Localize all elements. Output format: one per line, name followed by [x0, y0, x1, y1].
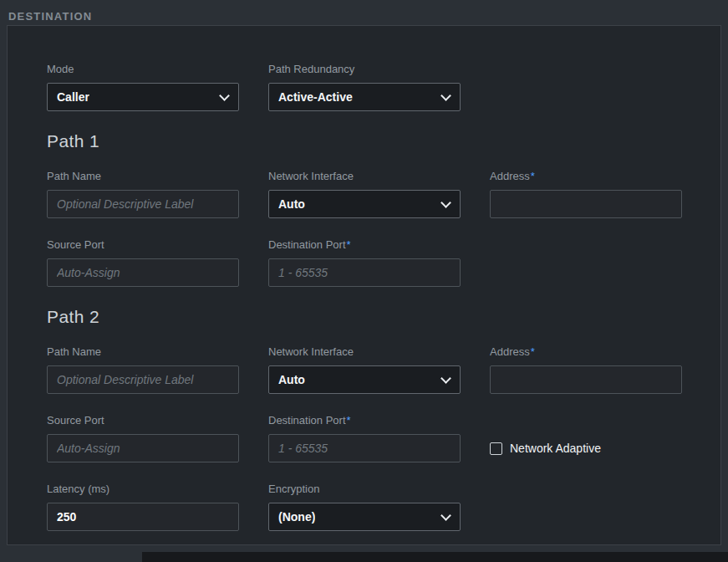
path1-address-field: Address*: [490, 170, 682, 218]
required-marker: *: [347, 238, 351, 251]
encryption-field: Encryption (None): [268, 483, 461, 531]
path1-interface-field: Network Interface Auto: [268, 170, 461, 218]
chevron-down-icon: [442, 512, 449, 519]
path2-name-field: Path Name: [47, 345, 239, 394]
path1-address-input[interactable]: [490, 190, 682, 218]
path1-destination-port-field: Destination Port*: [268, 238, 461, 287]
path2-interface-select[interactable]: Auto: [268, 365, 461, 394]
required-marker: *: [531, 170, 535, 182]
path1-interface-select[interactable]: Auto: [268, 190, 461, 218]
latency-field: Latency (ms): [47, 483, 239, 531]
path-redundancy-select-value: Active-Active: [278, 90, 353, 104]
required-marker: *: [347, 414, 351, 427]
path2-destination-port-label: Destination Port*: [268, 414, 461, 427]
latency-input[interactable]: [47, 503, 239, 531]
network-adaptive-row: Network Adaptive: [490, 434, 682, 462]
network-adaptive-label[interactable]: Network Adaptive: [510, 442, 601, 455]
path2-address-input[interactable]: [490, 365, 682, 394]
encryption-select-value: (None): [278, 510, 315, 524]
path2-destination-port-field: Destination Port*: [268, 414, 461, 462]
required-marker: *: [531, 345, 535, 358]
path1-ports-row: Source Port Destination Port*: [47, 238, 680, 287]
path2-source-port-input[interactable]: [47, 434, 239, 462]
path1-source-port-input[interactable]: [47, 258, 239, 287]
section-title: DESTINATION: [8, 10, 92, 23]
path1-source-port-field: Source Port: [47, 238, 239, 287]
path1-source-port-label: Source Port: [47, 238, 239, 252]
path-redundancy-field: Path Redundancy Active-Active: [268, 63, 461, 111]
path1-name-label: Path Name: [47, 170, 239, 183]
path1-name-row: Path Name Network Interface Auto Address…: [47, 170, 680, 218]
path1-heading: Path 1: [47, 131, 680, 151]
chevron-down-icon: [221, 92, 227, 99]
path-redundancy-label: Path Redundancy: [268, 63, 461, 76]
mode-field: Mode Caller: [47, 63, 239, 111]
path2-heading: Path 2: [47, 307, 680, 327]
path1-name-field: Path Name: [47, 170, 239, 218]
next-section-edge: [142, 552, 728, 562]
path1-destination-port-input[interactable]: [268, 258, 461, 287]
path1-interface-select-value: Auto: [278, 197, 305, 211]
mode-select-value: Caller: [57, 90, 89, 104]
network-adaptive-checkbox[interactable]: [490, 442, 502, 455]
chevron-down-icon: [442, 92, 449, 99]
path1-interface-label: Network Interface: [268, 170, 461, 183]
latency-label: Latency (ms): [47, 483, 239, 496]
chevron-down-icon: [442, 199, 449, 206]
path2-name-row: Path Name Network Interface Auto Address…: [47, 345, 680, 394]
encryption-label: Encryption: [268, 483, 461, 496]
path2-name-label: Path Name: [47, 345, 239, 359]
latency-row: Latency (ms) Encryption (None): [47, 483, 680, 531]
path2-address-field: Address*: [490, 345, 682, 394]
path2-destination-port-input[interactable]: [268, 434, 461, 462]
destination-panel: Mode Caller Path Redundancy Active-Activ…: [7, 25, 721, 545]
path2-address-label: Address*: [490, 345, 682, 359]
path-redundancy-select[interactable]: Active-Active: [268, 83, 461, 111]
path2-ports-row: Source Port Destination Port* Network Ad…: [47, 414, 680, 462]
path1-name-input[interactable]: [47, 190, 239, 218]
path2-interface-field: Network Interface Auto: [268, 345, 461, 394]
network-adaptive-field: Network Adaptive: [490, 414, 682, 462]
path2-interface-label: Network Interface: [268, 345, 461, 359]
path2-source-port-field: Source Port: [47, 414, 239, 462]
encryption-select[interactable]: (None): [268, 503, 461, 531]
label-spacer: [490, 414, 682, 434]
path1-destination-port-label: Destination Port*: [268, 238, 461, 252]
path2-source-port-label: Source Port: [47, 414, 239, 427]
mode-label: Mode: [47, 63, 239, 76]
path1-address-label: Address*: [490, 170, 682, 183]
mode-row: Mode Caller Path Redundancy Active-Activ…: [47, 63, 680, 111]
mode-select[interactable]: Caller: [47, 83, 239, 111]
path2-interface-select-value: Auto: [278, 373, 305, 386]
path2-name-input[interactable]: [47, 365, 239, 394]
chevron-down-icon: [442, 375, 449, 381]
